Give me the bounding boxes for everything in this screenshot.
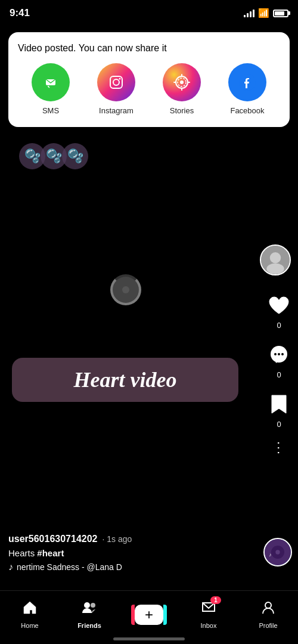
signal-icon [244,9,254,17]
wifi-icon: 📶 [258,8,269,18]
share-icons-row: SMS Instagram [18,63,280,115]
music-note-icon: ♪ [8,562,13,572]
comment-button[interactable]: 0 [266,342,292,379]
bookmark-button[interactable]: 0 [266,391,292,429]
more-icon: ··· [271,441,287,456]
like-count: 0 [277,321,281,330]
nav-create[interactable]: + [131,605,167,625]
music-title: nertime Sadness - @Lana D [17,562,122,572]
bookmark-icon [266,391,292,417]
music-row[interactable]: ♪ nertime Sadness - @Lana D [8,562,256,572]
heart-icon [266,292,292,318]
nav-home-label: Home [21,622,38,629]
bottom-nav: Home Friends + 1 Inbox [0,590,298,644]
facebook-label: Facebook [230,106,264,115]
stories-icon [163,63,201,101]
time-ago: · 1s ago [102,534,132,544]
video-label-card: Heart video [12,358,238,402]
share-stories[interactable]: Stories [163,63,201,115]
battery-icon [273,10,288,17]
share-card: Video posted. You can now share it SMS [8,32,290,127]
comment-count: 0 [277,370,281,379]
heart-bubbles: 🫧 🫧 🫧 [24,143,88,169]
music-thumbnail[interactable]: ♪ [263,538,292,566]
username[interactable]: user5601630714202 [8,534,97,544]
status-bar: 9:41 📶 [0,0,298,26]
center-dot [122,286,129,293]
svg-point-3 [113,79,119,85]
instagram-icon [97,63,135,101]
description: Hearts #heart [8,548,256,558]
nav-inbox-label: Inbox [201,622,217,629]
video-progress-indicator [110,274,141,305]
status-icons: 📶 [244,8,288,18]
comment-icon [266,342,292,368]
share-facebook[interactable]: Facebook [228,63,266,115]
nav-profile[interactable]: Profile [250,600,286,629]
svg-point-6 [180,80,184,84]
nav-home[interactable]: Home [12,600,48,629]
svg-point-15 [266,264,284,274]
share-sms[interactable]: SMS [32,63,70,115]
more-button[interactable]: ··· [272,441,286,456]
right-actions: 0 0 0 ··· [266,292,292,456]
username-row: user5601630714202 · 1s ago [8,534,256,544]
svg-point-24 [84,602,90,608]
share-title: Video posted. You can now share it [18,43,280,54]
svg-point-22 [275,550,280,554]
inbox-icon: 1 [201,600,216,620]
profile-icon [260,600,276,620]
stories-label: Stories [170,106,194,115]
home-indicator [113,637,185,640]
svg-point-26 [265,602,271,608]
svg-point-19 [281,353,284,355]
home-icon [22,600,38,620]
svg-point-4 [119,78,121,80]
video-info: user5601630714202 · 1s ago Hearts #heart… [8,534,256,572]
svg-point-18 [278,353,280,355]
friends-icon [81,600,98,620]
video-label-text: Heart video [29,367,222,392]
svg-point-17 [274,353,277,355]
facebook-icon [228,63,266,101]
nav-friends[interactable]: Friends [72,600,107,629]
heart-bubble-3: 🫧 [62,143,88,169]
nav-friends-label: Friends [77,622,101,629]
plus-icon: + [145,608,153,622]
sms-label: SMS [42,106,59,115]
creator-avatar[interactable] [260,244,291,275]
nav-inbox[interactable]: 1 Inbox [191,600,226,629]
sms-icon [32,63,70,101]
status-time: 9:41 [10,7,30,19]
nav-profile-label: Profile [259,622,277,629]
bookmark-count: 0 [277,420,281,429]
svg-point-14 [270,252,281,263]
svg-point-25 [91,603,95,608]
share-instagram[interactable]: Instagram [97,63,135,115]
hashtag[interactable]: #heart [37,548,64,558]
instagram-label: Instagram [99,106,134,115]
create-button[interactable]: + [135,605,163,625]
like-button[interactable]: 0 [266,292,292,330]
inbox-badge: 1 [210,596,221,604]
svg-text:♪: ♪ [269,552,271,558]
